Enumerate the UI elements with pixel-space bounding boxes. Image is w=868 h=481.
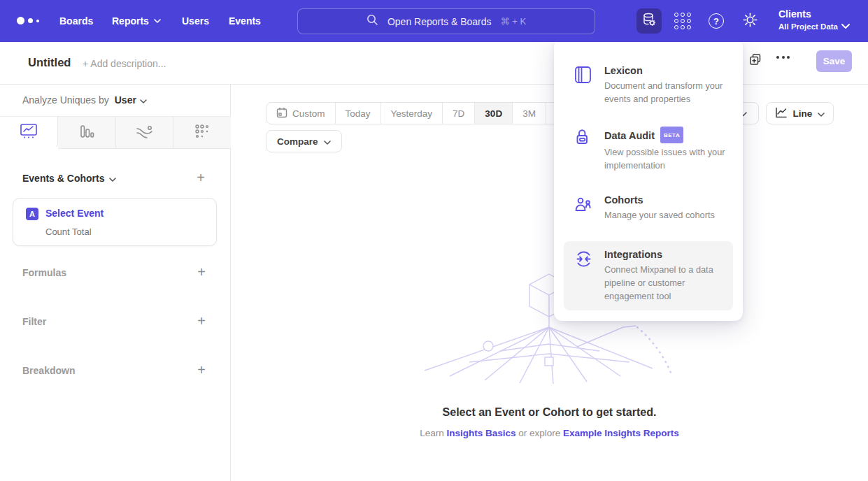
menu-item-description: Manage your saved cohorts — [604, 209, 729, 222]
chevron-down-icon — [818, 108, 825, 119]
breakdown-label: Breakdown — [22, 365, 75, 376]
menu-item-title: Lexicon — [604, 64, 729, 78]
bar-chart-tab-icon — [78, 124, 95, 142]
apps-grid-button[interactable] — [670, 8, 695, 34]
add-formula-button[interactable]: + — [197, 265, 206, 279]
chevron-down-icon — [140, 94, 147, 106]
menu-item-data-audit[interactable]: Data Audit BETA View possible issues wit… — [564, 120, 733, 180]
compare-dropdown[interactable]: Compare — [266, 130, 342, 152]
menu-item-title: Cohorts — [604, 194, 729, 207]
apps-grid-icon — [674, 13, 691, 29]
filter-label: Filter — [22, 316, 46, 327]
add-filter-button[interactable]: + — [197, 314, 206, 328]
data-management-menu: Lexicon Document and transform your even… — [554, 38, 743, 321]
menu-item-description: Connect Mixpanel to a data pipeline or c… — [604, 264, 729, 303]
date-range-yesterday[interactable]: Yesterday — [381, 103, 443, 124]
event-series-badge: A — [26, 208, 38, 220]
query-builder-sidebar: Analyze Uniques by User — [0, 85, 231, 481]
events-cohorts-section-header[interactable]: Events & Cohorts — [22, 173, 116, 184]
menu-item-title: Data Audit BETA — [604, 127, 729, 144]
nav-item-reports[interactable]: Reports — [112, 0, 161, 42]
lexicon-book-icon — [574, 64, 592, 106]
tab-insights-line[interactable] — [0, 117, 58, 149]
analyze-uniques-row: Analyze Uniques by User — [22, 94, 147, 106]
chart-type-tabs — [0, 116, 231, 149]
menu-item-cohorts[interactable]: Cohorts Manage your saved cohorts — [564, 187, 733, 229]
settings-button[interactable] — [737, 8, 762, 34]
ellipsis-icon — [776, 56, 779, 59]
empty-state-title: Select an Event or Cohort to get started… — [231, 406, 868, 419]
cohorts-people-icon — [574, 194, 592, 222]
menu-item-description: Document and transform your events and p… — [604, 80, 729, 106]
menu-item-integrations[interactable]: Integrations Connect Mixpanel to a data … — [564, 241, 733, 310]
analyze-label: Analyze Uniques by — [22, 94, 109, 106]
date-range-7d[interactable]: 7D — [443, 103, 475, 124]
tab-retention-grid[interactable] — [173, 117, 231, 149]
chevron-down-icon — [324, 136, 331, 147]
help-button[interactable]: ? — [704, 8, 729, 34]
search-placeholder: Open Reports & Boards — [387, 16, 492, 27]
nav-item-events[interactable]: Events — [229, 0, 261, 42]
calendar-icon — [276, 107, 287, 120]
search-shortcut: ⌘ + K — [501, 16, 527, 27]
analyze-by-dropdown[interactable]: User — [115, 94, 147, 106]
empty-state-help-line: Learn Insights Basics or explore Example… — [231, 428, 868, 438]
date-range-custom[interactable]: Custom — [266, 103, 336, 124]
date-range-30d-selected[interactable]: 30D — [475, 103, 513, 124]
insights-basics-link[interactable]: Insights Basics — [446, 428, 515, 438]
duplicate-icon — [748, 57, 762, 69]
example-insights-reports-link[interactable]: Example Insights Reports — [563, 428, 679, 438]
nav-item-boards[interactable]: Boards — [59, 0, 93, 42]
formulas-label: Formulas — [22, 267, 66, 278]
data-management-button[interactable] — [636, 8, 662, 34]
nav-item-users[interactable]: Users — [182, 0, 209, 42]
duplicate-report-button[interactable] — [748, 53, 765, 70]
add-breakdown-button[interactable]: + — [197, 363, 206, 377]
help-question-icon: ? — [709, 13, 724, 29]
report-canvas: Custom Today Yesterday 7D 30D 3M 6M Comp… — [231, 85, 868, 481]
tab-flow[interactable] — [116, 117, 174, 149]
event-card[interactable]: A Select Event Count Total — [13, 198, 217, 246]
database-gear-icon — [641, 12, 657, 30]
date-range-3m[interactable]: 3M — [513, 103, 546, 124]
menu-item-title: Integrations — [604, 248, 729, 261]
menu-item-lexicon[interactable]: Lexicon Document and transform your even… — [564, 57, 733, 113]
project-name: Clients — [778, 8, 838, 21]
dots-grid-tab-icon — [194, 124, 210, 142]
beta-badge: BETA — [660, 127, 683, 143]
chart-type-dropdown[interactable]: Line — [766, 102, 834, 124]
date-range-today[interactable]: Today — [336, 103, 381, 124]
line-chart-tab-icon — [20, 124, 37, 141]
add-event-button[interactable]: + — [197, 171, 205, 185]
select-event-label[interactable]: Select Event — [45, 208, 104, 219]
search-icon — [367, 14, 378, 29]
gear-icon — [742, 12, 758, 31]
integrations-sync-icon — [574, 248, 592, 303]
add-description-field[interactable]: + Add description... — [83, 58, 166, 69]
project-switcher[interactable]: Clients All Project Data — [778, 8, 838, 32]
line-chart-icon — [775, 107, 788, 120]
mixpanel-logo-icon[interactable] — [17, 17, 39, 24]
chevron-down-icon — [841, 19, 850, 31]
flow-tab-icon — [136, 124, 153, 141]
chevron-down-icon — [154, 19, 161, 23]
empty-state: Select an Event or Cohort to get started… — [231, 406, 868, 438]
data-audit-icon — [574, 127, 592, 173]
report-title[interactable]: Untitled — [28, 56, 71, 69]
menu-item-description: View possible issues with your implement… — [604, 146, 729, 173]
top-navigation-bar: Boards Reports Users Events Open Reports… — [0, 0, 868, 42]
tab-bar-chart[interactable] — [58, 117, 116, 149]
project-scope: All Project Data — [778, 21, 838, 32]
chevron-down-icon — [109, 173, 116, 184]
save-button[interactable]: Save — [816, 50, 852, 72]
global-search-input[interactable]: Open Reports & Boards ⌘ + K — [297, 8, 595, 34]
count-total-dropdown[interactable]: Count Total — [45, 227, 92, 237]
more-options-button[interactable] — [776, 56, 790, 59]
